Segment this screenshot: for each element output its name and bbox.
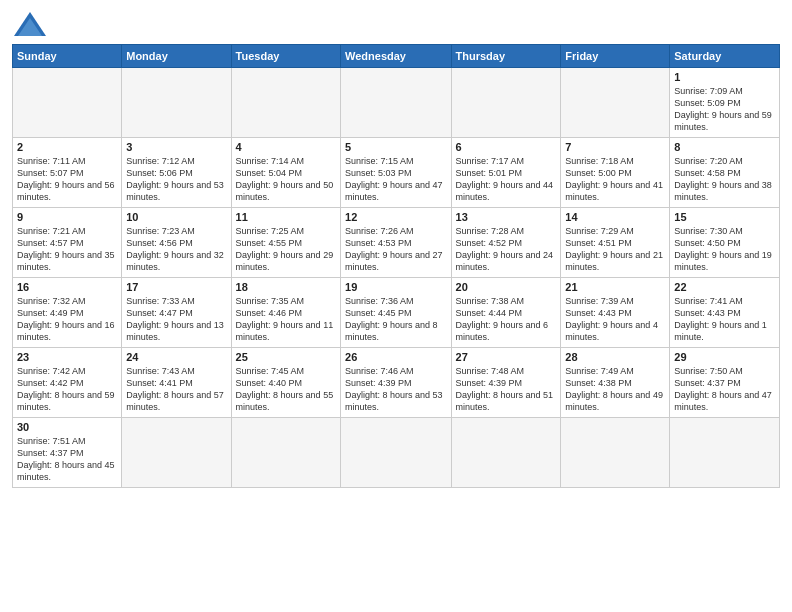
day-number: 21: [565, 281, 665, 293]
day-info: Sunrise: 7:09 AM Sunset: 5:09 PM Dayligh…: [674, 85, 775, 134]
day-cell: [561, 418, 670, 488]
week-row-4: 23Sunrise: 7:42 AM Sunset: 4:42 PM Dayli…: [13, 348, 780, 418]
day-cell: [341, 68, 451, 138]
day-cell: [231, 418, 340, 488]
day-cell: 6Sunrise: 7:17 AM Sunset: 5:01 PM Daylig…: [451, 138, 561, 208]
day-number: 11: [236, 211, 336, 223]
day-number: 4: [236, 141, 336, 153]
day-cell: 10Sunrise: 7:23 AM Sunset: 4:56 PM Dayli…: [122, 208, 231, 278]
day-cell: 29Sunrise: 7:50 AM Sunset: 4:37 PM Dayli…: [670, 348, 780, 418]
day-info: Sunrise: 7:14 AM Sunset: 5:04 PM Dayligh…: [236, 155, 336, 204]
day-cell: [13, 68, 122, 138]
day-info: Sunrise: 7:32 AM Sunset: 4:49 PM Dayligh…: [17, 295, 117, 344]
day-cell: 24Sunrise: 7:43 AM Sunset: 4:41 PM Dayli…: [122, 348, 231, 418]
day-info: Sunrise: 7:29 AM Sunset: 4:51 PM Dayligh…: [565, 225, 665, 274]
day-cell: 17Sunrise: 7:33 AM Sunset: 4:47 PM Dayli…: [122, 278, 231, 348]
day-cell: 16Sunrise: 7:32 AM Sunset: 4:49 PM Dayli…: [13, 278, 122, 348]
day-info: Sunrise: 7:39 AM Sunset: 4:43 PM Dayligh…: [565, 295, 665, 344]
day-number: 28: [565, 351, 665, 363]
day-info: Sunrise: 7:46 AM Sunset: 4:39 PM Dayligh…: [345, 365, 446, 414]
day-cell: [122, 418, 231, 488]
day-cell: 12Sunrise: 7:26 AM Sunset: 4:53 PM Dayli…: [341, 208, 451, 278]
col-header-monday: Monday: [122, 45, 231, 68]
day-cell: 3Sunrise: 7:12 AM Sunset: 5:06 PM Daylig…: [122, 138, 231, 208]
day-cell: 18Sunrise: 7:35 AM Sunset: 4:46 PM Dayli…: [231, 278, 340, 348]
day-info: Sunrise: 7:20 AM Sunset: 4:58 PM Dayligh…: [674, 155, 775, 204]
col-header-tuesday: Tuesday: [231, 45, 340, 68]
day-info: Sunrise: 7:11 AM Sunset: 5:07 PM Dayligh…: [17, 155, 117, 204]
day-cell: 21Sunrise: 7:39 AM Sunset: 4:43 PM Dayli…: [561, 278, 670, 348]
day-number: 7: [565, 141, 665, 153]
day-number: 16: [17, 281, 117, 293]
day-cell: 14Sunrise: 7:29 AM Sunset: 4:51 PM Dayli…: [561, 208, 670, 278]
day-info: Sunrise: 7:18 AM Sunset: 5:00 PM Dayligh…: [565, 155, 665, 204]
day-info: Sunrise: 7:45 AM Sunset: 4:40 PM Dayligh…: [236, 365, 336, 414]
day-info: Sunrise: 7:15 AM Sunset: 5:03 PM Dayligh…: [345, 155, 446, 204]
week-row-3: 16Sunrise: 7:32 AM Sunset: 4:49 PM Dayli…: [13, 278, 780, 348]
day-number: 5: [345, 141, 446, 153]
col-header-sunday: Sunday: [13, 45, 122, 68]
day-cell: [451, 418, 561, 488]
day-cell: 8Sunrise: 7:20 AM Sunset: 4:58 PM Daylig…: [670, 138, 780, 208]
day-cell: 26Sunrise: 7:46 AM Sunset: 4:39 PM Dayli…: [341, 348, 451, 418]
day-number: 3: [126, 141, 226, 153]
day-info: Sunrise: 7:30 AM Sunset: 4:50 PM Dayligh…: [674, 225, 775, 274]
day-number: 6: [456, 141, 557, 153]
col-header-friday: Friday: [561, 45, 670, 68]
week-row-1: 2Sunrise: 7:11 AM Sunset: 5:07 PM Daylig…: [13, 138, 780, 208]
day-info: Sunrise: 7:25 AM Sunset: 4:55 PM Dayligh…: [236, 225, 336, 274]
day-cell: 22Sunrise: 7:41 AM Sunset: 4:43 PM Dayli…: [670, 278, 780, 348]
day-info: Sunrise: 7:42 AM Sunset: 4:42 PM Dayligh…: [17, 365, 117, 414]
week-row-5: 30Sunrise: 7:51 AM Sunset: 4:37 PM Dayli…: [13, 418, 780, 488]
day-cell: [231, 68, 340, 138]
day-cell: 27Sunrise: 7:48 AM Sunset: 4:39 PM Dayli…: [451, 348, 561, 418]
day-info: Sunrise: 7:41 AM Sunset: 4:43 PM Dayligh…: [674, 295, 775, 344]
day-cell: 19Sunrise: 7:36 AM Sunset: 4:45 PM Dayli…: [341, 278, 451, 348]
day-number: 14: [565, 211, 665, 223]
day-cell: 15Sunrise: 7:30 AM Sunset: 4:50 PM Dayli…: [670, 208, 780, 278]
day-cell: 23Sunrise: 7:42 AM Sunset: 4:42 PM Dayli…: [13, 348, 122, 418]
day-number: 2: [17, 141, 117, 153]
week-row-2: 9Sunrise: 7:21 AM Sunset: 4:57 PM Daylig…: [13, 208, 780, 278]
day-cell: 25Sunrise: 7:45 AM Sunset: 4:40 PM Dayli…: [231, 348, 340, 418]
day-info: Sunrise: 7:12 AM Sunset: 5:06 PM Dayligh…: [126, 155, 226, 204]
day-number: 25: [236, 351, 336, 363]
day-number: 24: [126, 351, 226, 363]
day-info: Sunrise: 7:26 AM Sunset: 4:53 PM Dayligh…: [345, 225, 446, 274]
day-number: 12: [345, 211, 446, 223]
header: [12, 10, 780, 38]
day-info: Sunrise: 7:50 AM Sunset: 4:37 PM Dayligh…: [674, 365, 775, 414]
day-info: Sunrise: 7:33 AM Sunset: 4:47 PM Dayligh…: [126, 295, 226, 344]
day-info: Sunrise: 7:43 AM Sunset: 4:41 PM Dayligh…: [126, 365, 226, 414]
calendar: SundayMondayTuesdayWednesdayThursdayFrid…: [12, 44, 780, 488]
day-number: 17: [126, 281, 226, 293]
day-info: Sunrise: 7:35 AM Sunset: 4:46 PM Dayligh…: [236, 295, 336, 344]
col-header-thursday: Thursday: [451, 45, 561, 68]
day-cell: 11Sunrise: 7:25 AM Sunset: 4:55 PM Dayli…: [231, 208, 340, 278]
day-info: Sunrise: 7:28 AM Sunset: 4:52 PM Dayligh…: [456, 225, 557, 274]
day-number: 20: [456, 281, 557, 293]
day-number: 27: [456, 351, 557, 363]
day-cell: 28Sunrise: 7:49 AM Sunset: 4:38 PM Dayli…: [561, 348, 670, 418]
day-cell: 20Sunrise: 7:38 AM Sunset: 4:44 PM Dayli…: [451, 278, 561, 348]
day-info: Sunrise: 7:23 AM Sunset: 4:56 PM Dayligh…: [126, 225, 226, 274]
day-number: 30: [17, 421, 117, 433]
day-info: Sunrise: 7:48 AM Sunset: 4:39 PM Dayligh…: [456, 365, 557, 414]
day-cell: 5Sunrise: 7:15 AM Sunset: 5:03 PM Daylig…: [341, 138, 451, 208]
col-header-saturday: Saturday: [670, 45, 780, 68]
day-cell: [451, 68, 561, 138]
day-cell: 2Sunrise: 7:11 AM Sunset: 5:07 PM Daylig…: [13, 138, 122, 208]
day-number: 23: [17, 351, 117, 363]
day-cell: [122, 68, 231, 138]
logo-icon: [12, 10, 48, 38]
day-cell: 30Sunrise: 7:51 AM Sunset: 4:37 PM Dayli…: [13, 418, 122, 488]
logo: [12, 10, 52, 38]
day-number: 29: [674, 351, 775, 363]
day-info: Sunrise: 7:49 AM Sunset: 4:38 PM Dayligh…: [565, 365, 665, 414]
day-number: 19: [345, 281, 446, 293]
day-info: Sunrise: 7:38 AM Sunset: 4:44 PM Dayligh…: [456, 295, 557, 344]
day-cell: 9Sunrise: 7:21 AM Sunset: 4:57 PM Daylig…: [13, 208, 122, 278]
day-cell: 7Sunrise: 7:18 AM Sunset: 5:00 PM Daylig…: [561, 138, 670, 208]
day-info: Sunrise: 7:21 AM Sunset: 4:57 PM Dayligh…: [17, 225, 117, 274]
day-cell: 13Sunrise: 7:28 AM Sunset: 4:52 PM Dayli…: [451, 208, 561, 278]
